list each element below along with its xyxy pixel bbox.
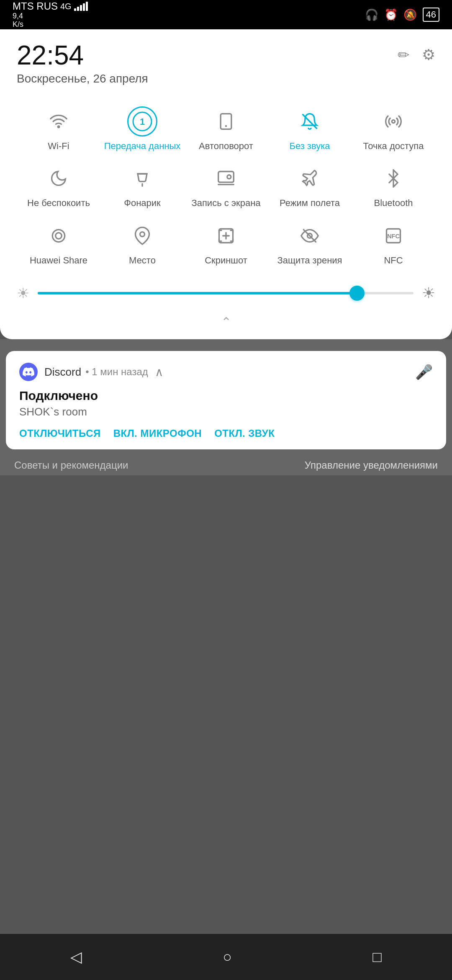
notif-title: Подключено (19, 389, 433, 403)
brightness-slider[interactable] (38, 292, 413, 294)
silent-icon (295, 106, 325, 137)
tile-data[interactable]: 1 Передача данных (100, 101, 184, 157)
hotspot-label: Точка доступа (363, 141, 424, 152)
mute-bell-icon: 🔕 (403, 8, 417, 21)
nav-home-icon[interactable]: ○ (223, 948, 232, 966)
qs-collapse-handle[interactable]: ⌃ (17, 310, 435, 329)
bluetooth-label: Bluetooth (374, 198, 413, 209)
screenrecord-icon (211, 163, 241, 193)
wifi-icon (44, 106, 74, 137)
tile-eyeprotect[interactable]: Защита зрения (268, 215, 352, 272)
tile-dnd[interactable]: Не беспокоить (17, 157, 100, 214)
mute-button[interactable]: ОТКЛ. ЗВУК (214, 428, 275, 439)
notif-app-name: Discord (44, 366, 81, 379)
svg-point-9 (227, 175, 231, 179)
alarm-icon: ⏰ (384, 8, 398, 21)
autorotate-icon (211, 106, 241, 137)
hotspot-icon (378, 106, 408, 137)
nfc-icon: NFC (378, 221, 408, 251)
svg-text:NFC: NFC (387, 232, 400, 239)
wifi-label: Wi-Fi (48, 141, 69, 152)
notif-subtitle: SHOK`s room (19, 405, 433, 418)
svg-point-12 (140, 232, 145, 237)
discord-app-icon (19, 363, 38, 381)
airplane-icon (295, 163, 325, 193)
datetime-display: 22:54 Воскресенье, 26 апреля (17, 42, 148, 85)
svg-text:1: 1 (140, 116, 145, 127)
huaweishare-icon (44, 221, 74, 251)
expand-icon[interactable]: ∧ (155, 365, 164, 379)
brightness-low-icon: ☀ (17, 285, 29, 302)
dark-overlay (0, 475, 452, 928)
battery-indicator: 46 (423, 8, 439, 22)
clock-time: 22:54 (17, 42, 148, 69)
dnd-icon (44, 163, 74, 193)
silent-label: Без звука (289, 141, 330, 152)
bluetooth-icon (378, 163, 408, 193)
mic-enable-button[interactable]: ВКЛ. МИКРОФОН (113, 428, 202, 439)
chevron-up-icon: ⌃ (221, 315, 231, 329)
eyeprotect-icon (295, 221, 325, 251)
carrier-info: MTS RUS 4G (13, 0, 88, 12)
tile-location[interactable]: Место (100, 215, 184, 272)
quick-settings-panel: 22:54 Воскресенье, 26 апреля ✏ ⚙ Wi-Fi 1… (0, 29, 452, 339)
autorotate-label: Автоповорот (199, 141, 253, 152)
tile-screenrecord[interactable]: Запись с экрана (184, 157, 268, 214)
signal-bars (74, 2, 88, 11)
nav-recents-icon[interactable]: □ (372, 948, 382, 966)
nav-back-icon[interactable]: ◁ (70, 948, 82, 966)
screenrecord-label: Запись с экрана (191, 198, 260, 209)
brightness-row: ☀ ☀ (17, 280, 435, 310)
data-label: Передача данных (104, 141, 181, 152)
notif-header: Discord • 1 мин назад ∧ 🎤 (19, 363, 433, 381)
tips-hint: Советы и рекомендации (14, 459, 128, 471)
tile-nfc[interactable]: NFC NFC (352, 215, 435, 272)
headphones-icon: 🎧 (365, 8, 378, 21)
network-type: 4G (60, 2, 72, 11)
settings-icon[interactable]: ⚙ (422, 46, 435, 64)
mic-icon[interactable]: 🎤 (415, 364, 433, 380)
notif-actions: ОТКЛЮЧИТЬСЯ ВКЛ. МИКРОФОН ОТКЛ. ЗВУК (19, 428, 433, 439)
location-icon (127, 221, 157, 251)
bottom-nav-bar: ◁ ○ □ (0, 934, 452, 980)
manage-notifications[interactable]: Управление уведомлениями (305, 459, 438, 471)
nfc-label: NFC (384, 255, 403, 266)
torch-icon (127, 163, 157, 193)
tile-huaweishare[interactable]: Huawei Share (17, 215, 100, 272)
brightness-high-icon: ☀ (422, 284, 435, 302)
dnd-label: Не беспокоить (27, 198, 90, 209)
status-right: 🎧 ⏰ 🔕 46 (365, 8, 439, 22)
qs-header-icons: ✏ ⚙ (398, 46, 435, 64)
tile-screenshot[interactable]: Скриншот (184, 215, 268, 272)
brightness-fill (38, 292, 357, 294)
screenshot-label: Скриншот (205, 255, 247, 266)
location-label: Место (129, 255, 156, 266)
airplane-label: Режим полета (280, 198, 340, 209)
torch-label: Фонарик (124, 198, 161, 209)
carrier-name: MTS RUS (13, 0, 58, 12)
tile-wifi[interactable]: Wi-Fi (17, 101, 100, 157)
notif-hint-row: Советы и рекомендации Управление уведомл… (6, 455, 446, 475)
notif-header-left: Discord • 1 мин назад ∧ (19, 363, 164, 381)
svg-point-0 (58, 126, 59, 128)
status-left: MTS RUS 4G 9,4K/s (13, 0, 88, 29)
tile-autorotate[interactable]: Автоповорот (184, 101, 268, 157)
svg-point-11 (56, 232, 62, 239)
brightness-thumb[interactable] (349, 286, 365, 301)
huaweishare-label: Huawei Share (30, 255, 87, 266)
tile-silent[interactable]: Без звука (268, 101, 352, 157)
eyeprotect-label: Защита зрения (277, 255, 342, 266)
qs-header: 22:54 Воскресенье, 26 апреля ✏ ⚙ (17, 42, 435, 85)
disconnect-button[interactable]: ОТКЛЮЧИТЬСЯ (19, 428, 101, 439)
tile-torch[interactable]: Фонарик (100, 157, 184, 214)
tiles-grid: Wi-Fi 1 Передача данных Автоповорот (17, 101, 435, 272)
data-icon: 1 (127, 106, 157, 137)
edit-icon[interactable]: ✏ (398, 46, 409, 63)
network-speed: 9,4K/s (13, 12, 88, 29)
status-bar: MTS RUS 4G 9,4K/s 🎧 ⏰ 🔕 46 (0, 0, 452, 29)
tile-bluetooth[interactable]: Bluetooth (352, 157, 435, 214)
notification-card: Discord • 1 мин назад ∧ 🎤 Подключено SHO… (6, 351, 446, 449)
tile-airplane[interactable]: Режим полета (268, 157, 352, 214)
notif-time: • 1 мин назад (85, 366, 148, 378)
tile-hotspot[interactable]: Точка доступа (352, 101, 435, 157)
